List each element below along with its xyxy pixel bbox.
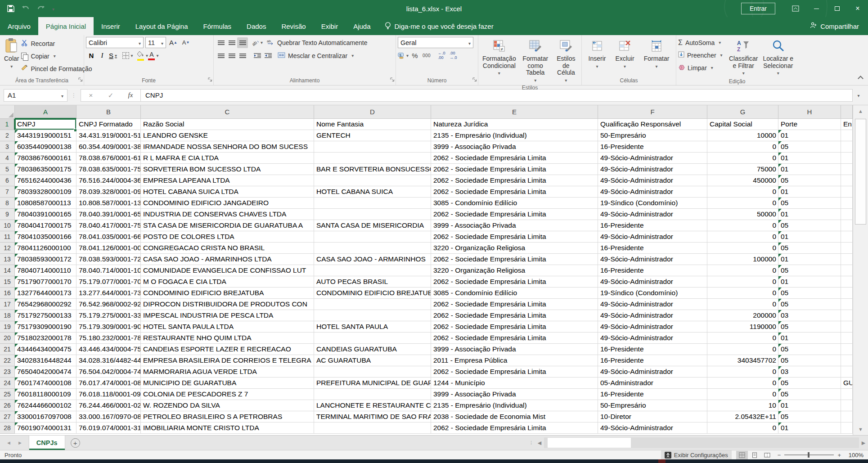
next-sheet-icon[interactable]: ► — [18, 440, 22, 445]
cell-I18[interactable] — [841, 310, 853, 321]
cell-C22[interactable]: EMPRESA BRASILEIRA DE CORREIOS E TELEGRA — [141, 355, 314, 366]
cell-C8[interactable]: CONDOMINIO EDIFICIO JANGADEIRO — [141, 198, 314, 209]
cell-A18[interactable]: 75179275000133 — [15, 310, 76, 321]
cell-A26[interactable]: 76244466000102 — [15, 400, 76, 411]
format-painter-button[interactable]: Pincel de Formatação — [21, 63, 92, 74]
cell-I8[interactable] — [841, 198, 853, 209]
cell-H15[interactable]: 01 — [778, 276, 841, 288]
find-select-button[interactable]: Localizar e Selecionar — [760, 37, 796, 77]
cell-F1[interactable]: Qualificação Responsável — [598, 119, 707, 130]
cell-G2[interactable]: 10000 — [707, 130, 778, 141]
cell-A12[interactable]: 78041126000100 — [15, 243, 76, 254]
cell-D4[interactable] — [314, 153, 431, 164]
cell-E28[interactable]: 2062 - Sociedade Empresária Limita — [431, 423, 598, 434]
row-header-25[interactable]: 25 — [0, 389, 15, 400]
bold-button[interactable]: N — [86, 50, 97, 61]
cell-A22[interactable]: 34028316448244 — [15, 355, 76, 366]
cell-C25[interactable]: COLONIA DE PESCADORES Z 7 — [141, 389, 314, 400]
cell-F6[interactable]: 49-Sócio-Administrador — [598, 175, 707, 186]
cell-G24[interactable]: 0 — [707, 378, 778, 389]
cell-F14[interactable]: 16-Presidente — [598, 265, 707, 276]
cell-G7[interactable]: 0 — [707, 186, 778, 198]
column-header-A[interactable]: A — [15, 105, 76, 119]
cell-H16[interactable]: 05 — [778, 288, 841, 299]
cell-F21[interactable]: 16-Presidente — [598, 344, 707, 355]
cell-C21[interactable]: CANDEIAS ESPORTE LAZER E RECREACAO — [141, 344, 314, 355]
name-box[interactable]: A1 — [4, 89, 67, 102]
ribbon-display-options-icon[interactable] — [785, 0, 806, 17]
underline-button[interactable]: S — [108, 50, 118, 61]
cell-D13[interactable]: CASA SAO JOAO - ARMARINHOS — [314, 254, 431, 265]
cell-D25[interactable] — [314, 389, 431, 400]
tab-revisao[interactable]: Revisão — [274, 17, 313, 35]
clear-button[interactable]: Limpar — [678, 62, 727, 73]
cell-C13[interactable]: CASA SAO JOAO - ARMARINHOS LTDA — [141, 254, 314, 265]
zoom-out-icon[interactable]: − — [778, 452, 781, 459]
cell-D23[interactable] — [314, 366, 431, 378]
cell-H14[interactable]: 05 — [778, 265, 841, 276]
format-cells-button[interactable]: Formatar — [642, 37, 672, 76]
cell-D6[interactable] — [314, 175, 431, 186]
number-dialog-launcher[interactable] — [472, 77, 477, 83]
maximize-button[interactable] — [827, 0, 847, 17]
cell-E25[interactable]: 3999 - Associação Privada — [431, 389, 598, 400]
conditional-formatting-dropdown[interactable] — [498, 69, 500, 76]
cell-B9[interactable]: 78.040.391/0001-65 — [76, 209, 141, 220]
formula-bar-splitter[interactable]: ⋮ — [71, 92, 77, 99]
cell-B18[interactable]: 75.179.275/0001-33 — [76, 310, 141, 321]
cell-E5[interactable]: 2062 - Sociedade Empresária Limita — [431, 164, 598, 175]
cell-A15[interactable]: 75179077000170 — [15, 276, 76, 288]
column-header-E[interactable]: E — [431, 105, 598, 119]
cell-A14[interactable]: 78040714000110 — [15, 265, 76, 276]
cell-D24[interactable]: PREFEITURA MUNICIPAL DE GUARATUBA — [314, 378, 431, 389]
row-header-20[interactable]: 20 — [0, 333, 15, 344]
cell-F28[interactable]: 49-Sócio-Administrador — [598, 423, 707, 434]
tab-ajuda[interactable]: Ajuda — [346, 17, 378, 35]
cell-I5[interactable] — [841, 164, 853, 175]
cell-I3[interactable] — [841, 141, 853, 153]
cell-G27[interactable]: 2.05432E+11 — [707, 411, 778, 423]
cell-H21[interactable]: 05 — [778, 344, 841, 355]
cell-G17[interactable]: 0 — [707, 299, 778, 310]
cancel-icon[interactable]: × — [81, 91, 101, 99]
sort-filter-dropdown[interactable] — [742, 69, 745, 76]
cell-F10[interactable]: 16-Presidente — [598, 220, 707, 231]
cell-I14[interactable] — [841, 265, 853, 276]
row-header-3[interactable]: 3 — [0, 141, 15, 153]
column-header-C[interactable]: C — [141, 105, 314, 119]
cell-E10[interactable]: 3999 - Associação Privada — [431, 220, 598, 231]
cell-B8[interactable]: 10.808.587/0001-13 — [76, 198, 141, 209]
share-button[interactable]: Compartilhar — [801, 17, 868, 35]
column-header-G[interactable]: G — [707, 105, 778, 119]
cell-A2[interactable]: 34431919000151 — [15, 130, 76, 141]
cell-E18[interactable]: 2062 - Sociedade Empresária Limita — [431, 310, 598, 321]
cell-D18[interactable] — [314, 310, 431, 321]
cell-G15[interactable]: 0 — [707, 276, 778, 288]
cell-F22[interactable]: 16-Presidente — [598, 355, 707, 366]
cell-F16[interactable]: 19-Síndico (Condomínio) — [598, 288, 707, 299]
cell-I17[interactable] — [841, 299, 853, 310]
cell-B22[interactable]: 34.028.316/4482-44 — [76, 355, 141, 366]
cell-C4[interactable]: R L MAFRA E CIA LTDA — [141, 153, 314, 164]
cell-D21[interactable]: CANDEIAS GUARATUBA — [314, 344, 431, 355]
tab-exibir[interactable]: Exibir — [314, 17, 346, 35]
cell-B19[interactable]: 75.179.309/0001-90 — [76, 321, 141, 333]
cell-E24[interactable]: 1244 - Município — [431, 378, 598, 389]
cell-D1[interactable]: Nome Fantasia — [314, 119, 431, 130]
cell-I27[interactable] — [841, 411, 853, 423]
cell-C10[interactable]: STA CASA DE MISERICORDIA DE GUARATUBA A — [141, 220, 314, 231]
customize-qat-icon[interactable] — [52, 4, 54, 13]
align-left-icon[interactable] — [216, 50, 226, 61]
close-button[interactable]: × — [847, 0, 868, 17]
page-layout-view-icon[interactable] — [749, 451, 760, 459]
cell-D2[interactable]: GENTECH — [314, 130, 431, 141]
cell-C19[interactable]: HOTEL SANTA PAULA LTDA — [141, 321, 314, 333]
tab-pagina-inicial[interactable]: Página Inicial — [38, 17, 94, 35]
cell-A19[interactable]: 75179309000190 — [15, 321, 76, 333]
row-header-6[interactable]: 6 — [0, 175, 15, 186]
cell-G13[interactable]: 100000 — [707, 254, 778, 265]
scrollbar-resize-handle[interactable]: ⁞ — [531, 440, 532, 445]
cell-C3[interactable]: IRMANDADE NOSSA SENHORA DO BOM SUCESS — [141, 141, 314, 153]
scroll-left-icon[interactable]: ◀ — [535, 440, 544, 446]
cell-E7[interactable]: 2062 - Sociedade Empresária Limita — [431, 186, 598, 198]
